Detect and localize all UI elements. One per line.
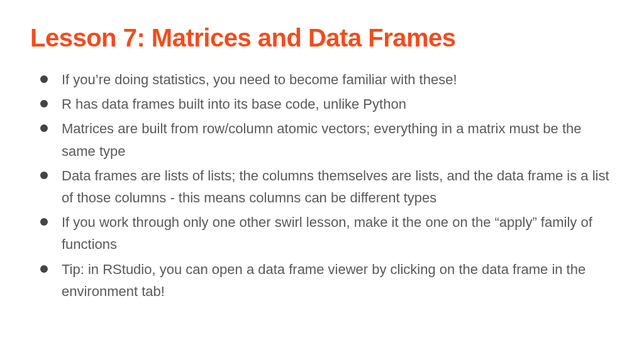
- list-item: R has data frames built into its base co…: [38, 93, 614, 115]
- list-item: Data frames are lists of lists; the colu…: [38, 165, 614, 209]
- list-item: Tip: in RStudio, you can open a data fra…: [38, 258, 614, 302]
- list-item: Matrices are built from row/column atomi…: [38, 118, 614, 162]
- list-item: If you work through only one other swirl…: [38, 211, 614, 255]
- bullet-list: If you’re doing statistics, you need to …: [30, 69, 614, 302]
- slide-title: Lesson 7: Matrices and Data Frames: [30, 24, 614, 52]
- list-item: If you’re doing statistics, you need to …: [38, 69, 614, 90]
